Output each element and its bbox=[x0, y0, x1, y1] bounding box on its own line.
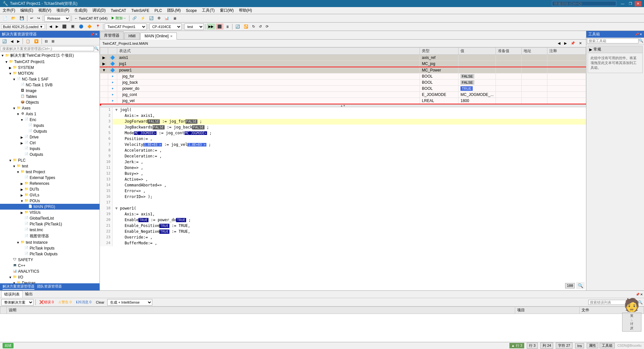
tree-item-tables[interactable]: ▶ 📋 Tables bbox=[0, 94, 99, 99]
tree-item-test-project[interactable]: ▼ 📁 test Project bbox=[0, 169, 99, 175]
tree-item-project[interactable]: ▼ 📁 TwinCAT Project1 bbox=[0, 59, 99, 65]
menu-project[interactable]: 项目(P) bbox=[54, 7, 72, 14]
var-row-jogfor[interactable]: 🔹 jog_for BOOL FALSE bbox=[100, 73, 586, 80]
tree-item-test[interactable]: ▼ 📁 test bbox=[0, 163, 99, 169]
tree-item-main[interactable]: ▶ 📄 MAIN (PRG) bbox=[0, 204, 99, 210]
bottom-pin-btn[interactable]: 📌 bbox=[636, 293, 639, 296]
toggle-pous[interactable]: ▼ bbox=[20, 199, 24, 203]
tb2-btn2[interactable]: ▶ bbox=[54, 24, 60, 30]
toggle-motion[interactable]: ▼ bbox=[8, 72, 12, 75]
tb2-btn7[interactable]: 📍 bbox=[94, 24, 102, 30]
menu-twincat[interactable]: TwinCAT bbox=[108, 8, 129, 14]
tree-item-ctrl[interactable]: ▶ 📄 Ctrl bbox=[0, 140, 99, 146]
config-dropdown[interactable]: Release Debug bbox=[44, 15, 70, 22]
tb2-btn3[interactable]: ⬛ bbox=[61, 24, 68, 30]
toggle-gvls[interactable]: ▶ bbox=[20, 193, 24, 197]
tree-item-axes[interactable]: ▼ 📁 Axes bbox=[0, 105, 99, 111]
build-intellisense-dropdown[interactable]: 生成 + IntelliSense bbox=[107, 299, 152, 306]
tree-item-enc-inputs[interactable]: ▶ 📄 Inputs bbox=[0, 123, 99, 128]
toggle-project[interactable]: ▼ bbox=[5, 60, 8, 64]
tree-item-axis1[interactable]: ▼ ⚙ Axis 1 bbox=[0, 111, 99, 117]
target-dropdown[interactable]: CP-4104CE bbox=[149, 24, 182, 30]
tree-item-nctask-svb[interactable]: ▶ 📄 NC-Task 1 SVB bbox=[0, 82, 99, 88]
warn-btn[interactable]: ⚠ 警告 0 bbox=[57, 299, 73, 306]
var-row-powerdo[interactable]: 🔹 power_do BOOL TRUE bbox=[100, 86, 586, 92]
tree-item-duts[interactable]: ▶ 📁 DUTs bbox=[0, 186, 99, 192]
error-btn[interactable]: ❌ 错误 0 bbox=[38, 299, 55, 306]
toggle-system[interactable]: ▶ bbox=[8, 66, 12, 70]
tree-item-io[interactable]: ▼ 📁 I/O bbox=[0, 274, 99, 280]
redo-btn[interactable]: ↪ bbox=[35, 15, 42, 21]
tree-item-objects[interactable]: ▶ 📦 Objects bbox=[0, 99, 99, 105]
menu-twinsafe[interactable]: TwinSAFE bbox=[129, 8, 152, 14]
quick-launch-input[interactable] bbox=[552, 1, 616, 6]
menu-window[interactable]: 窗口(W) bbox=[217, 7, 236, 14]
code-editor[interactable]: 1 ▼ jogl( 2 Axis:= axis1, 3 JogForwardF bbox=[100, 107, 586, 290]
sol-expand-btn[interactable]: ⊞ bbox=[50, 38, 56, 44]
sol-filter-btn[interactable]: 🔽 bbox=[33, 38, 40, 44]
tree-item-plctask-inputs[interactable]: ▶ 📄 PlcTask Inputs bbox=[0, 245, 99, 251]
tree-item-plctask[interactable]: ▶ 📄 PlcTask (PlcTask1) bbox=[0, 221, 99, 227]
toggle-drive[interactable]: ▶ bbox=[20, 136, 24, 139]
nav-pin-btn[interactable]: 📌 bbox=[569, 40, 577, 46]
toolbar-btn2[interactable]: ⚡ bbox=[139, 15, 147, 21]
tab-main-close[interactable]: ✕ bbox=[170, 34, 173, 38]
var-row-jog1[interactable]: ▶ 🔷 jog1 MC_jog bbox=[100, 61, 586, 67]
menu-view[interactable]: 视图(V) bbox=[36, 7, 54, 14]
toggle-references[interactable]: ▶ bbox=[20, 182, 24, 185]
menu-scope[interactable]: Scope bbox=[183, 8, 199, 14]
tree-item-plctask-outputs[interactable]: ▶ 📄 PlcTask Outputs bbox=[0, 251, 99, 257]
tab-error-list[interactable]: 错误列表 bbox=[1, 291, 23, 298]
toggle-axes[interactable]: ▼ bbox=[12, 107, 16, 110]
var-expand-power1[interactable]: ▼ bbox=[100, 67, 108, 73]
tree-item-references[interactable]: ▶ 📁 References bbox=[0, 181, 99, 186]
toggle-test-project[interactable]: ▼ bbox=[16, 170, 20, 174]
start-btn[interactable]: ▶ 附加→ bbox=[109, 15, 128, 22]
var-row-power1[interactable]: ▼ 🔷 power1 MC_Power bbox=[100, 67, 586, 73]
menu-edit[interactable]: 编辑(E) bbox=[18, 7, 36, 14]
panel-close-btn[interactable]: ✕ bbox=[95, 33, 98, 36]
toggle-ctrl[interactable]: ▶ bbox=[20, 141, 24, 145]
var-row-jogvel[interactable]: 🔹 jog_vel LREAL 1800 bbox=[100, 98, 586, 104]
tree-item-safety[interactable]: ▶ 🛡 SAFETY bbox=[0, 257, 99, 263]
tb2-run-btn[interactable]: ▶▶ bbox=[207, 24, 215, 30]
undo-btn[interactable]: ↩ bbox=[29, 15, 35, 21]
tree-item-solution[interactable]: ▼ 📁 解决方案'TwinCat Project1'(1 个项目) bbox=[0, 52, 99, 59]
menu-team[interactable]: 团队(M) bbox=[165, 7, 183, 14]
restore-button[interactable]: ❐ bbox=[627, 1, 634, 6]
tree-item-plc[interactable]: ▼ 📁 PLC bbox=[0, 157, 99, 163]
menu-build[interactable]: 生成(B) bbox=[72, 7, 90, 14]
menu-file[interactable]: 文件(F) bbox=[0, 7, 18, 14]
tree-item-gvls[interactable]: ▶ 📁 GVLs bbox=[0, 192, 99, 198]
tb2-btn5[interactable]: 🔵 bbox=[77, 24, 85, 30]
tree-item-system[interactable]: ▶ 📁 SYSTEM bbox=[0, 65, 99, 71]
tb2-btn-d[interactable]: ↺ bbox=[257, 24, 263, 30]
new-btn[interactable]: 📄 bbox=[1, 15, 9, 21]
toolbox-close-btn[interactable]: ✕ bbox=[639, 33, 642, 36]
tree-item-nctask-saf[interactable]: ▼ 📄 NC-Task 1 SAF bbox=[0, 76, 99, 82]
nav-close-btn[interactable]: ✕ bbox=[577, 40, 583, 46]
menu-debug[interactable]: 调试(D) bbox=[90, 7, 108, 14]
sol-explorer-tab[interactable]: 解决方案资源管理器 bbox=[3, 284, 34, 290]
tree-item-visus[interactable]: ▶ 📁 VISUs bbox=[0, 210, 99, 215]
toggle-solution[interactable]: ▼ bbox=[1, 54, 5, 57]
toolbar-btn3[interactable]: 🔃 bbox=[147, 15, 155, 21]
var-expand-axis1[interactable]: ▶ bbox=[100, 55, 108, 61]
tree-item-external-types[interactable]: ▶ 📄 External Types bbox=[0, 175, 99, 181]
nav-prev-btn[interactable]: ◀ bbox=[556, 40, 562, 46]
var-row-axis1[interactable]: ▶ 🔷 axis1 axis_ref bbox=[100, 55, 586, 61]
tab-hmi[interactable]: HMI bbox=[124, 33, 140, 39]
toggle-nctask-saf[interactable]: ▼ bbox=[12, 78, 16, 81]
toggle-visus[interactable]: ▶ bbox=[20, 211, 24, 214]
tb2-btn6[interactable]: 🔶 bbox=[86, 24, 93, 30]
menu-tools[interactable]: 工具(T) bbox=[199, 7, 217, 14]
tree-item-globaltextlist[interactable]: ▶ 📄 GlobalTextList bbox=[0, 215, 99, 221]
tb2-btn4[interactable]: 🔳 bbox=[69, 24, 77, 30]
collapse-1[interactable]: ▼ bbox=[115, 108, 118, 112]
tab-library[interactable]: 库管理器 bbox=[100, 32, 124, 39]
toolbar-btn5[interactable]: 📊 bbox=[163, 15, 171, 21]
tree-item-image1[interactable]: ▶ 🖼 Image bbox=[0, 88, 99, 94]
team-explorer-tab[interactable]: 团队资源管理器 bbox=[37, 284, 62, 290]
tree-item-drive[interactable]: ▶ 📄 Drive bbox=[0, 134, 99, 140]
tb2-pause-btn[interactable]: ⏸ bbox=[224, 24, 231, 30]
